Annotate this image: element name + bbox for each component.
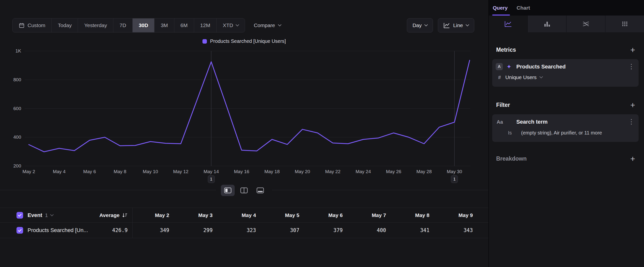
- chevron-down-icon: [424, 23, 428, 26]
- y-axis-label: 800: [13, 77, 21, 83]
- y-axis-label: 1K: [16, 48, 21, 54]
- layout-bottom-icon: [256, 187, 264, 193]
- annotation-badge[interactable]: 1: [451, 175, 458, 183]
- event-spark-icon: ✦: [506, 63, 512, 70]
- row-checkbox[interactable]: [16, 227, 23, 234]
- range-label: 30D: [139, 23, 148, 28]
- layout-split-icon: [224, 187, 232, 193]
- check-icon: [18, 214, 22, 217]
- series-line[interactable]: [29, 60, 470, 152]
- breakdown-section-header: Breakdown +: [496, 153, 635, 164]
- range-label: 3M: [161, 23, 168, 28]
- x-axis: May 2May 4May 6May 8May 10May 12May 14Ma…: [24, 169, 470, 176]
- filter-condition[interactable]: Is (empty string), Air purifier, or 11 m…: [508, 130, 602, 136]
- column-header: May 7: [372, 212, 386, 218]
- number-icon: #: [498, 75, 501, 80]
- table-cell: 343: [464, 227, 473, 233]
- chart-type-button[interactable]: Line: [438, 18, 474, 33]
- range-yesterday[interactable]: Yesterday: [78, 19, 113, 32]
- chart-type-label: Line: [453, 23, 463, 28]
- chart-legend-item[interactable]: Products Searched [Unique Users]: [0, 39, 488, 44]
- column-header: May 9: [458, 212, 473, 218]
- column-header: May 8: [415, 212, 429, 218]
- add-filter-button[interactable]: +: [630, 101, 635, 109]
- granularity-button[interactable]: Day: [407, 18, 433, 33]
- select-all-checkbox[interactable]: [16, 212, 23, 218]
- toolbar-right: Day Line: [407, 18, 474, 33]
- layout-bottom-button[interactable]: [253, 185, 267, 196]
- x-axis-label: May 6: [83, 169, 96, 174]
- x-axis-label: May 8: [114, 169, 126, 174]
- main-area: CustomTodayYesterday7D30D3M6M12MXTD Comp…: [0, 0, 488, 267]
- grid-icon: [621, 21, 629, 27]
- event-count: 1: [45, 212, 48, 218]
- range-label: XTD: [223, 23, 233, 28]
- range-3m[interactable]: 3M: [154, 19, 174, 32]
- x-axis-label: May 12: [173, 169, 188, 174]
- range-today[interactable]: Today: [52, 19, 78, 32]
- y-axis-label: 400: [13, 134, 21, 140]
- viz-tab-bar[interactable]: [528, 16, 566, 32]
- check-icon: [18, 229, 22, 232]
- chevron-down-icon: [50, 212, 54, 216]
- metric-kebab-menu[interactable]: ⋮: [628, 63, 635, 71]
- range-label: Yesterday: [84, 23, 107, 28]
- event-column-header[interactable]: Event 1: [28, 212, 53, 218]
- tab-query[interactable]: Query: [493, 0, 508, 16]
- measure-selector[interactable]: # Unique Users: [498, 74, 542, 80]
- table-row[interactable]: Products Searched [Un... 426.9 349299323…: [0, 223, 488, 238]
- column-header: May 2: [155, 212, 169, 218]
- metric-letter-badge: A: [496, 63, 503, 70]
- range-6m[interactable]: 6M: [174, 19, 194, 32]
- x-axis-label: May 28: [416, 169, 432, 174]
- x-axis-label: May 2: [22, 169, 35, 174]
- add-breakdown-button[interactable]: +: [630, 154, 635, 163]
- layout-columns-button[interactable]: [237, 185, 251, 196]
- chevron-down-icon: [236, 23, 239, 26]
- event-label: Event: [28, 212, 42, 218]
- metric-card[interactable]: A ✦ Products Searched ⋮ # Unique Users: [492, 59, 638, 87]
- y-axis-label: 600: [13, 106, 21, 111]
- x-axis-label: May 18: [264, 169, 280, 174]
- layout-toggle-group: [216, 183, 272, 197]
- x-axis-label: May 22: [325, 169, 340, 174]
- line-chart-icon: [444, 23, 450, 28]
- table-cell: 323: [247, 227, 256, 233]
- range-xtd[interactable]: XTD: [216, 19, 245, 32]
- range-12m[interactable]: 12M: [194, 19, 216, 32]
- range-label: Today: [58, 23, 72, 28]
- tab-chart[interactable]: Chart: [516, 0, 530, 16]
- sort-icon: [122, 212, 128, 218]
- x-axis-label: May 4: [53, 169, 66, 174]
- x-axis-label: May 26: [386, 169, 401, 174]
- range-7d[interactable]: 7D: [113, 19, 132, 32]
- layout-split-button[interactable]: [221, 185, 235, 196]
- metrics-section-header: Metrics +: [496, 44, 635, 55]
- viz-tab-grid[interactable]: [605, 16, 644, 32]
- viz-tab-flows[interactable]: [566, 16, 605, 32]
- table-cell: 307: [290, 227, 299, 233]
- compare-button[interactable]: Compare: [254, 23, 281, 28]
- table-cell: 299: [203, 227, 212, 233]
- compare-label: Compare: [254, 23, 275, 28]
- x-axis-label: May 20: [295, 169, 310, 174]
- add-metric-button[interactable]: +: [630, 46, 635, 54]
- filter-values: (empty string), Air purifier, or 11 more: [521, 130, 602, 136]
- range-custom[interactable]: Custom: [12, 19, 52, 32]
- filter-card[interactable]: Aa Search term ⋮ Is (empty string), Air …: [492, 114, 638, 142]
- filter-kebab-menu[interactable]: ⋮: [628, 118, 635, 126]
- y-axis-label: 200: [13, 163, 21, 169]
- viz-tab-line[interactable]: [489, 16, 528, 32]
- table-cell: 341: [420, 227, 430, 233]
- range-label: 12M: [200, 23, 210, 28]
- line-chart[interactable]: [24, 51, 470, 166]
- x-axis-label: May 24: [356, 169, 371, 174]
- chevron-down-icon: [540, 75, 543, 78]
- granularity-label: Day: [412, 23, 422, 28]
- legend-swatch: [202, 39, 207, 44]
- metric-name: Products Searched: [516, 64, 566, 70]
- row-series-name: Products Searched [Un...: [28, 227, 88, 233]
- average-column-header[interactable]: Average: [100, 212, 128, 218]
- range-30d[interactable]: 30D: [132, 19, 154, 32]
- annotation-badge[interactable]: 1: [208, 175, 215, 183]
